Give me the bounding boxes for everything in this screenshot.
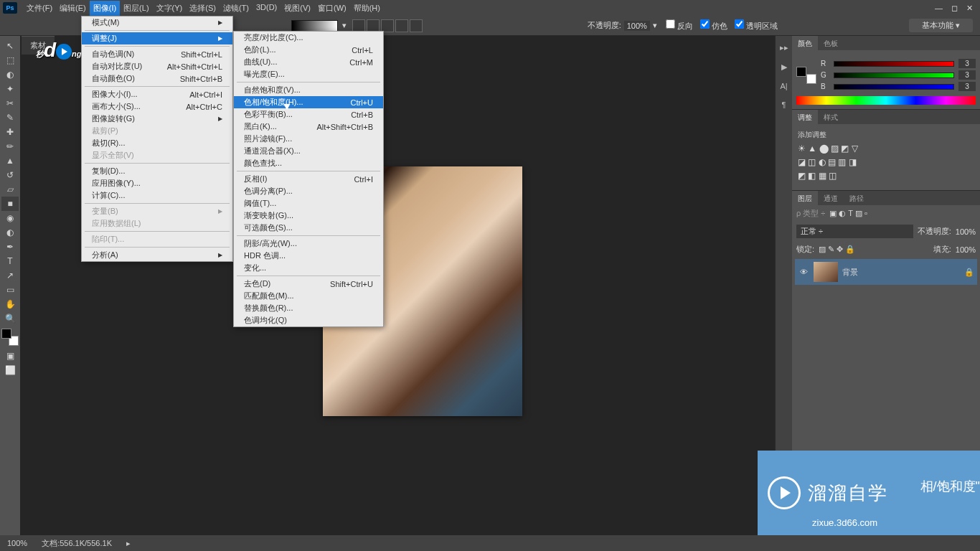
lasso-tool[interactable]: ◐ xyxy=(1,67,19,82)
zoom-level[interactable]: 100% xyxy=(7,539,27,547)
gradient-preview[interactable] xyxy=(291,20,338,32)
filter-icons[interactable]: ▣ ◐ T ▨ ▫ xyxy=(829,209,867,218)
screenmode-tool[interactable]: ⬜ xyxy=(1,363,19,377)
menu-item[interactable]: 色调均化(Q) xyxy=(234,314,383,326)
type-tool[interactable]: T xyxy=(1,254,19,268)
workspace-switcher[interactable]: 基本功能 ▾ xyxy=(909,19,973,32)
eyedropper-tool[interactable]: ✎ xyxy=(1,110,19,125)
menu-0[interactable]: 文件(F) xyxy=(23,1,56,16)
visibility-icon[interactable]: 👁 xyxy=(798,268,809,276)
menu-item[interactable]: 反相(I)Ctrl+I xyxy=(234,173,383,185)
eraser-tool[interactable]: ▱ xyxy=(1,182,19,197)
opacity-value[interactable]: 100% xyxy=(624,21,650,31)
menu-item[interactable]: 分析(A)▶ xyxy=(82,249,232,261)
menu-item[interactable]: 调整(J)▶ xyxy=(82,32,232,44)
blue-value[interactable]: 3 xyxy=(958,82,976,91)
tab-color[interactable]: 颜色 xyxy=(792,36,818,50)
menu-item[interactable]: 色彩平衡(B)...Ctrl+B xyxy=(234,108,383,121)
chevron-icon[interactable]: ▸ xyxy=(126,539,131,548)
menu-item[interactable]: 匹配颜色(M)... xyxy=(234,290,383,302)
menu-item[interactable]: 去色(D)Shift+Ctrl+U xyxy=(234,278,383,290)
adjustment-icons-row3[interactable]: ◩ ◧ ▦ ◫ xyxy=(798,171,974,181)
menu-item[interactable]: 渐变映射(G)... xyxy=(234,209,383,222)
gradient-tool[interactable]: ■ xyxy=(1,197,19,211)
menu-2[interactable]: 图像(I) xyxy=(90,1,120,16)
menu-item[interactable]: 色调分离(P)... xyxy=(234,185,383,197)
menu-item[interactable]: 色阶(L)...Ctrl+L xyxy=(234,44,383,56)
path-tool[interactable]: ↗ xyxy=(1,268,19,283)
fg-bg-colors[interactable] xyxy=(1,329,19,346)
collapse-icon[interactable]: ▸▸ xyxy=(780,43,788,52)
green-slider[interactable] xyxy=(834,72,954,78)
tab-layers[interactable]: 图层 xyxy=(792,191,818,205)
history-icon[interactable]: ▶ xyxy=(781,62,787,72)
hand-tool[interactable]: ✋ xyxy=(1,297,19,311)
marquee-tool[interactable]: ⬚ xyxy=(1,53,19,67)
layer-fill[interactable]: 100% xyxy=(956,245,976,254)
dither-checkbox[interactable]: 仿色 xyxy=(700,19,727,32)
menu-item[interactable]: 复制(D)... xyxy=(82,165,232,177)
zoom-tool[interactable]: 🔍 xyxy=(1,311,19,326)
para-icon[interactable]: ¶ xyxy=(782,100,786,109)
menu-item[interactable]: 模式(M)▶ xyxy=(82,17,232,29)
heal-tool[interactable]: ✚ xyxy=(1,125,19,139)
blue-slider[interactable] xyxy=(834,84,954,90)
layer-row[interactable]: 👁 背景 🔒 xyxy=(795,259,977,285)
menu-item[interactable]: 自动颜色(O)Shift+Ctrl+B xyxy=(82,72,232,85)
menu-item[interactable]: 照片滤镜(F)... xyxy=(234,133,383,145)
menu-item[interactable]: 变化... xyxy=(234,262,383,274)
tab-styles[interactable]: 样式 xyxy=(818,110,844,124)
menu-item[interactable]: 替换颜色(R)... xyxy=(234,302,383,314)
layer-thumbnail[interactable] xyxy=(814,262,838,282)
menu-item[interactable]: 应用图像(Y)... xyxy=(82,177,232,189)
menu-item[interactable]: 曝光度(E)... xyxy=(234,68,383,80)
menu-item[interactable]: 颜色查找... xyxy=(234,157,383,169)
blend-mode-select[interactable]: 正常 ÷ xyxy=(796,225,913,238)
crop-tool[interactable]: ✂ xyxy=(1,96,19,110)
green-value[interactable]: 3 xyxy=(958,70,976,80)
menu-item[interactable]: 亮度/对比度(C)... xyxy=(234,32,383,44)
move-tool[interactable]: ↖ xyxy=(1,39,19,53)
transparency-checkbox[interactable]: 透明区域 xyxy=(735,19,778,32)
dropdown-icon[interactable]: ▾ xyxy=(342,21,347,30)
menu-item[interactable]: 计算(C)... xyxy=(82,189,232,202)
red-value[interactable]: 3 xyxy=(958,59,976,68)
quickmask-tool[interactable]: ▣ xyxy=(1,349,19,363)
reverse-checkbox[interactable]: 反向 xyxy=(666,19,693,32)
pen-tool[interactable]: ✒ xyxy=(1,240,19,254)
close-icon[interactable]: ✕ xyxy=(966,4,973,13)
menu-9[interactable]: 窗口(W) xyxy=(314,1,350,16)
menu-4[interactable]: 文字(Y) xyxy=(153,1,187,16)
adjustment-icons-row2[interactable]: ◪ ◫ ◐ ▤ ▥ ◨ xyxy=(798,157,974,167)
menu-10[interactable]: 帮助(H) xyxy=(350,1,384,16)
menu-item[interactable]: 色相/饱和度(H)...Ctrl+U xyxy=(234,96,383,108)
stamp-tool[interactable]: ▲ xyxy=(1,154,19,168)
spectrum-bar[interactable] xyxy=(796,96,976,105)
maximize-icon[interactable]: ◻ xyxy=(951,4,958,13)
shape-tool[interactable]: ▭ xyxy=(1,283,19,297)
history-brush-tool[interactable]: ↺ xyxy=(1,168,19,182)
adjustment-icons-row1[interactable]: ☀ ▲ ⬤ ▨ ◩ ▽ xyxy=(798,143,974,154)
menu-item[interactable]: 自动对比度(U)Alt+Shift+Ctrl+L xyxy=(82,60,232,72)
menu-item[interactable]: 阴影/高光(W)... xyxy=(234,237,383,250)
menu-3[interactable]: 图层(L) xyxy=(120,1,152,16)
tab-swatches[interactable]: 色板 xyxy=(818,36,844,50)
layer-opacity[interactable]: 100% xyxy=(956,227,976,236)
menu-item[interactable]: 自然饱和度(V)... xyxy=(234,84,383,96)
tab-adjustments[interactable]: 调整 xyxy=(792,110,818,124)
menu-5[interactable]: 选择(S) xyxy=(186,1,220,16)
dodge-tool[interactable]: ◐ xyxy=(1,225,19,240)
char-icon[interactable]: A| xyxy=(780,82,787,90)
menu-item[interactable]: 曲线(U)...Ctrl+M xyxy=(234,56,383,68)
menu-item[interactable]: 黑白(K)...Alt+Shift+Ctrl+B xyxy=(234,121,383,133)
menu-item[interactable]: 可选颜色(S)... xyxy=(234,222,383,234)
wand-tool[interactable]: ✦ xyxy=(1,82,19,96)
tab-paths[interactable]: 路径 xyxy=(844,191,870,205)
menu-item[interactable]: 图像旋转(G)▶ xyxy=(82,113,232,125)
minimize-icon[interactable]: — xyxy=(935,4,943,13)
red-slider[interactable] xyxy=(834,61,954,67)
dropdown-icon[interactable]: ▾ xyxy=(653,21,657,30)
lock-icons[interactable]: ▨ ✎ ✥ 🔒 xyxy=(819,245,855,254)
menu-7[interactable]: 3D(D) xyxy=(253,1,281,16)
menu-6[interactable]: 滤镜(T) xyxy=(220,1,253,16)
